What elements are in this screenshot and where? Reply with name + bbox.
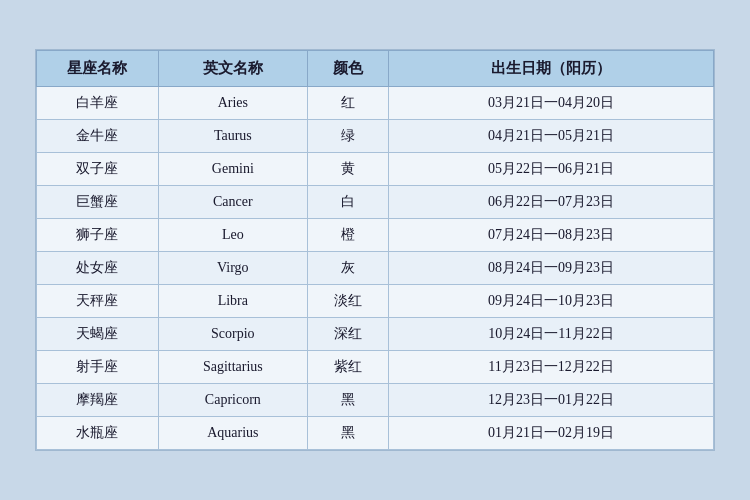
- cell-date: 09月24日一10月23日: [389, 285, 714, 318]
- cell-chinese: 双子座: [37, 153, 159, 186]
- cell-english: Virgo: [158, 252, 307, 285]
- cell-chinese: 天秤座: [37, 285, 159, 318]
- cell-color: 灰: [307, 252, 388, 285]
- zodiac-table: 星座名称 英文名称 颜色 出生日期（阳历） 白羊座Aries红03月21日一04…: [36, 50, 714, 450]
- cell-color: 橙: [307, 219, 388, 252]
- cell-chinese: 狮子座: [37, 219, 159, 252]
- cell-color: 紫红: [307, 351, 388, 384]
- cell-date: 07月24日一08月23日: [389, 219, 714, 252]
- table-row: 摩羯座Capricorn黑12月23日一01月22日: [37, 384, 714, 417]
- table-row: 巨蟹座Cancer白06月22日一07月23日: [37, 186, 714, 219]
- cell-color: 黑: [307, 417, 388, 450]
- cell-chinese: 天蝎座: [37, 318, 159, 351]
- cell-date: 04月21日一05月21日: [389, 120, 714, 153]
- header-english: 英文名称: [158, 51, 307, 87]
- cell-date: 10月24日一11月22日: [389, 318, 714, 351]
- cell-chinese: 射手座: [37, 351, 159, 384]
- cell-color: 深红: [307, 318, 388, 351]
- cell-chinese: 巨蟹座: [37, 186, 159, 219]
- cell-english: Scorpio: [158, 318, 307, 351]
- cell-english: Leo: [158, 219, 307, 252]
- cell-english: Cancer: [158, 186, 307, 219]
- cell-chinese: 水瓶座: [37, 417, 159, 450]
- header-date: 出生日期（阳历）: [389, 51, 714, 87]
- table-row: 天蝎座Scorpio深红10月24日一11月22日: [37, 318, 714, 351]
- cell-date: 05月22日一06月21日: [389, 153, 714, 186]
- cell-color: 黄: [307, 153, 388, 186]
- cell-color: 红: [307, 87, 388, 120]
- header-chinese: 星座名称: [37, 51, 159, 87]
- cell-chinese: 摩羯座: [37, 384, 159, 417]
- cell-english: Aquarius: [158, 417, 307, 450]
- cell-date: 11月23日一12月22日: [389, 351, 714, 384]
- cell-english: Taurus: [158, 120, 307, 153]
- cell-date: 06月22日一07月23日: [389, 186, 714, 219]
- table-header-row: 星座名称 英文名称 颜色 出生日期（阳历）: [37, 51, 714, 87]
- cell-color: 黑: [307, 384, 388, 417]
- table-row: 白羊座Aries红03月21日一04月20日: [37, 87, 714, 120]
- table-body: 白羊座Aries红03月21日一04月20日金牛座Taurus绿04月21日一0…: [37, 87, 714, 450]
- table-row: 狮子座Leo橙07月24日一08月23日: [37, 219, 714, 252]
- cell-english: Gemini: [158, 153, 307, 186]
- table-row: 处女座Virgo灰08月24日一09月23日: [37, 252, 714, 285]
- cell-english: Aries: [158, 87, 307, 120]
- table-row: 双子座Gemini黄05月22日一06月21日: [37, 153, 714, 186]
- cell-english: Libra: [158, 285, 307, 318]
- table-row: 天秤座Libra淡红09月24日一10月23日: [37, 285, 714, 318]
- table-row: 金牛座Taurus绿04月21日一05月21日: [37, 120, 714, 153]
- cell-date: 01月21日一02月19日: [389, 417, 714, 450]
- cell-chinese: 白羊座: [37, 87, 159, 120]
- cell-chinese: 处女座: [37, 252, 159, 285]
- zodiac-table-container: 星座名称 英文名称 颜色 出生日期（阳历） 白羊座Aries红03月21日一04…: [35, 49, 715, 451]
- cell-english: Sagittarius: [158, 351, 307, 384]
- cell-chinese: 金牛座: [37, 120, 159, 153]
- cell-color: 白: [307, 186, 388, 219]
- table-row: 水瓶座Aquarius黑01月21日一02月19日: [37, 417, 714, 450]
- cell-date: 12月23日一01月22日: [389, 384, 714, 417]
- cell-date: 03月21日一04月20日: [389, 87, 714, 120]
- header-color: 颜色: [307, 51, 388, 87]
- cell-date: 08月24日一09月23日: [389, 252, 714, 285]
- table-row: 射手座Sagittarius紫红11月23日一12月22日: [37, 351, 714, 384]
- cell-color: 绿: [307, 120, 388, 153]
- cell-english: Capricorn: [158, 384, 307, 417]
- cell-color: 淡红: [307, 285, 388, 318]
